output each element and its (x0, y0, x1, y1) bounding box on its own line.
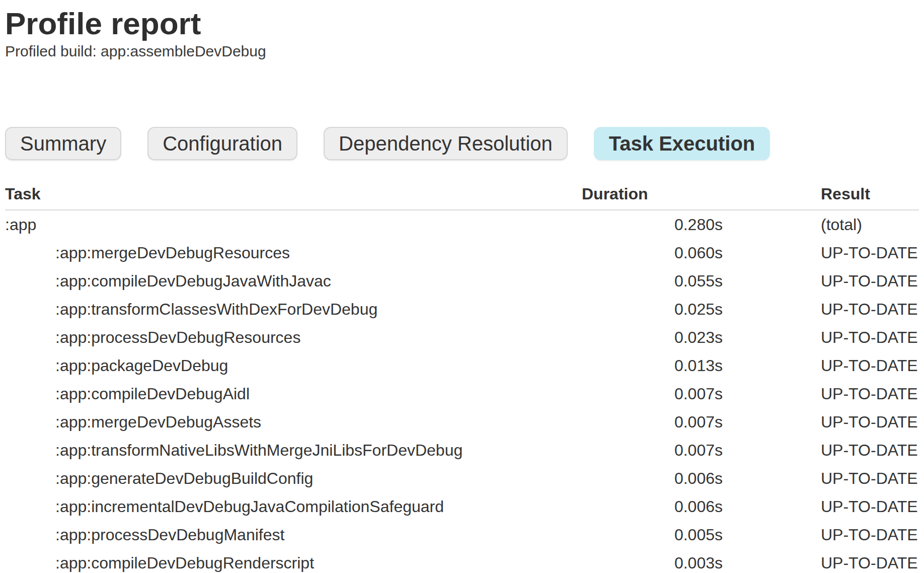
duration-cell: 0.007s (582, 436, 723, 464)
duration-cell: 0.005s (582, 521, 723, 549)
task-row: :app:compileDevDebugAidl 0.007s UP-TO-DA… (5, 380, 919, 408)
profiled-build-subtitle: Profiled build: app:assembleDevDebug (5, 42, 919, 60)
duration-cell: 0.280s (582, 210, 723, 239)
tab-summary[interactable]: Summary (5, 127, 121, 160)
task-row: :app 0.280s (total) (5, 210, 919, 239)
duration-cell: 0.023s (582, 323, 723, 351)
task-name-cell: :app:packageDevDebug (5, 351, 582, 380)
task-name-cell: :app:generateDevDebugBuildConfig (5, 464, 582, 492)
task-row: :app:compileDevDebugRenderscript 0.003s … (5, 549, 919, 573)
column-header-result: Result (723, 179, 919, 210)
task-name-cell: :app:mergeDevDebugAssets (5, 408, 582, 436)
task-row: :app:packageDevDebug 0.013s UP-TO-DATE (5, 351, 919, 380)
column-header-task: Task (5, 179, 582, 210)
result-cell: UP-TO-DATE (723, 464, 919, 492)
duration-cell: 0.006s (582, 492, 723, 521)
task-name-cell: :app:mergeDevDebugResources (5, 239, 582, 267)
result-cell: UP-TO-DATE (723, 408, 919, 436)
duration-cell: 0.006s (582, 464, 723, 492)
page-title: Profile report (5, 5, 919, 42)
result-cell: UP-TO-DATE (723, 521, 919, 549)
result-cell: UP-TO-DATE (723, 323, 919, 351)
table-header-row: Task Duration Result (5, 179, 919, 210)
task-execution-table: Task Duration Result :app 0.280s (total)… (5, 179, 919, 573)
task-row: :app:transformClassesWithDexForDevDebug … (5, 295, 919, 323)
task-name-cell: :app (5, 210, 582, 239)
result-cell: UP-TO-DATE (723, 351, 919, 380)
result-cell: UP-TO-DATE (723, 380, 919, 408)
duration-cell: 0.013s (582, 351, 723, 380)
task-name-cell: :app:transformClassesWithDexForDevDebug (5, 295, 582, 323)
result-cell: UP-TO-DATE (723, 295, 919, 323)
task-name-cell: :app:compileDevDebugJavaWithJavac (5, 267, 582, 295)
duration-cell: 0.007s (582, 380, 723, 408)
result-cell: UP-TO-DATE (723, 267, 919, 295)
result-cell: (total) (723, 210, 919, 239)
tab-task-execution[interactable]: Task Execution (594, 127, 770, 160)
task-name-cell: :app:processDevDebugManifest (5, 521, 582, 549)
task-row: :app:compileDevDebugJavaWithJavac 0.055s… (5, 267, 919, 295)
result-cell: UP-TO-DATE (723, 549, 919, 573)
task-name-cell: :app:compileDevDebugAidl (5, 380, 582, 408)
duration-cell: 0.060s (582, 239, 723, 267)
tab-configuration[interactable]: Configuration (147, 127, 297, 160)
task-name-cell: :app:incrementalDevDebugJavaCompilationS… (5, 492, 582, 521)
task-row: :app:transformNativeLibsWithMergeJniLibs… (5, 436, 919, 464)
task-name-cell: :app:processDevDebugResources (5, 323, 582, 351)
task-row: :app:mergeDevDebugResources 0.060s UP-TO… (5, 239, 919, 267)
task-row: :app:processDevDebugManifest 0.005s UP-T… (5, 521, 919, 549)
result-cell: UP-TO-DATE (723, 492, 919, 521)
duration-cell: 0.025s (582, 295, 723, 323)
duration-cell: 0.055s (582, 267, 723, 295)
task-row: :app:mergeDevDebugAssets 0.007s UP-TO-DA… (5, 408, 919, 436)
tab-dependency-resolution[interactable]: Dependency Resolution (324, 127, 568, 160)
result-cell: UP-TO-DATE (723, 436, 919, 464)
duration-cell: 0.007s (582, 408, 723, 436)
duration-cell: 0.003s (582, 549, 723, 573)
task-row: :app:incrementalDevDebugJavaCompilationS… (5, 492, 919, 521)
task-row: :app:processDevDebugResources 0.023s UP-… (5, 323, 919, 351)
task-row: :app:generateDevDebugBuildConfig 0.006s … (5, 464, 919, 492)
column-header-duration: Duration (582, 179, 723, 210)
tab-bar: SummaryConfigurationDependency Resolutio… (5, 127, 919, 160)
task-name-cell: :app:transformNativeLibsWithMergeJniLibs… (5, 436, 582, 464)
task-name-cell: :app:compileDevDebugRenderscript (5, 549, 582, 573)
result-cell: UP-TO-DATE (723, 239, 919, 267)
